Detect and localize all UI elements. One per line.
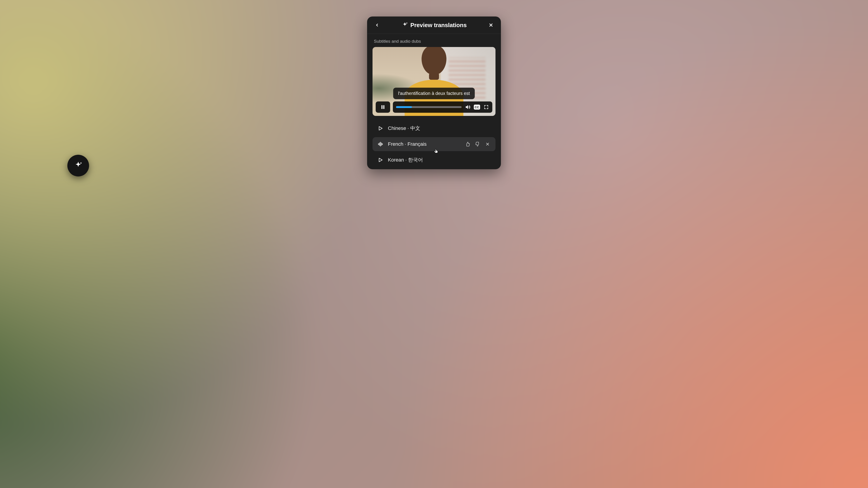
language-row-chinese[interactable]: Chinese · 中文 — [373, 121, 495, 136]
thumbs-down-icon — [475, 142, 480, 147]
volume-icon — [465, 104, 471, 110]
play-icon — [377, 125, 383, 131]
svg-rect-2 — [381, 105, 383, 109]
sparkle-icon — [401, 22, 408, 29]
remove-language-button[interactable] — [485, 141, 491, 147]
language-row-korean[interactable]: Korean · 한국어 — [373, 153, 495, 167]
panel-header: Preview translations — [367, 17, 501, 34]
fullscreen-button[interactable] — [483, 104, 489, 110]
audio-wave-icon — [377, 141, 383, 147]
thumbs-up-icon — [465, 142, 470, 147]
video-preview[interactable]: l'authentification à deux facteurs est C… — [373, 47, 495, 116]
fullscreen-icon — [484, 105, 489, 109]
svg-marker-12 — [379, 158, 382, 162]
svg-rect-3 — [383, 105, 384, 109]
panel-title: Preview translations — [410, 22, 467, 29]
sparkle-icon — [73, 161, 83, 170]
subtitle-overlay: l'authentification à deux facteurs est — [393, 88, 475, 99]
pause-icon — [380, 104, 385, 110]
play-icon — [377, 157, 383, 163]
section-label: Subtitles and audio dubs — [367, 34, 501, 47]
pause-button[interactable] — [376, 101, 390, 113]
language-label: French · Français — [388, 141, 460, 147]
language-row-french[interactable]: French · Français — [373, 137, 495, 151]
translations-panel: Preview translations Subtitles and audio… — [367, 17, 501, 169]
captions-button[interactable]: CC — [474, 105, 480, 109]
language-list: Chinese · 中文 French · Français — [367, 121, 501, 167]
language-row-actions — [465, 141, 491, 147]
volume-button[interactable] — [465, 104, 471, 110]
video-controls-bar: CC — [393, 101, 492, 113]
close-icon — [485, 142, 490, 147]
language-label: Chinese · 中文 — [388, 125, 491, 132]
progress-bar[interactable] — [396, 106, 462, 108]
language-label: Korean · 한국어 — [388, 157, 491, 163]
svg-marker-4 — [379, 127, 382, 130]
thumbs-up-button[interactable] — [465, 141, 471, 147]
ai-sparkle-fab[interactable] — [67, 155, 89, 176]
close-icon — [489, 23, 493, 28]
close-panel-button[interactable] — [487, 21, 495, 29]
video-controls: CC — [376, 101, 492, 113]
pointer-cursor-icon — [433, 147, 439, 153]
chevron-left-icon — [375, 23, 379, 27]
back-button[interactable] — [373, 21, 381, 29]
progress-fill — [396, 106, 412, 108]
thumbs-down-button[interactable] — [475, 141, 480, 147]
